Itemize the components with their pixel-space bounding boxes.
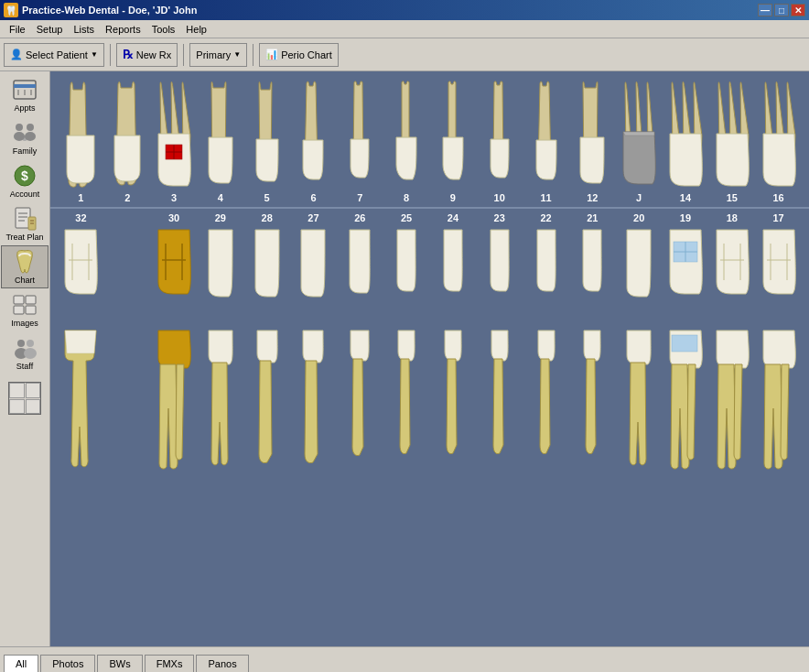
tooth-20-lower[interactable]	[617, 225, 661, 321]
tooth-21-lower-root[interactable]	[570, 326, 614, 468]
family-icon	[12, 120, 38, 146]
tooth-8-upper[interactable]	[384, 81, 428, 190]
menu-setup[interactable]: Setup	[31, 22, 69, 37]
tab-bws[interactable]: BWs	[97, 655, 142, 672]
primary-label: Primary	[196, 49, 231, 60]
tooth-12-upper[interactable]	[570, 81, 614, 190]
select-patient-button[interactable]: 👤 Select Patient ▼	[4, 43, 104, 67]
tooth-27-lower[interactable]	[291, 225, 335, 321]
image-grid	[8, 382, 41, 415]
tooth-20-lower-root[interactable]	[617, 326, 661, 468]
close-button[interactable]: ✕	[791, 4, 805, 16]
maximize-button[interactable]: □	[774, 4, 789, 16]
chart-area[interactable]: 1 2 3 4 5 6 7 8 9 10 11 12 J 14 15 16	[50, 71, 809, 646]
tooth-31-lower[interactable]	[105, 225, 149, 321]
tooth-17-lower-root[interactable]	[757, 326, 801, 468]
image-grid-widget	[8, 382, 41, 415]
sidebar-item-images[interactable]: Images	[1, 288, 49, 331]
svg-rect-45	[672, 335, 697, 352]
lower-num-20: 20	[618, 212, 660, 223]
sidebar-item-appts[interactable]: Appts	[1, 73, 49, 116]
tooth-28-lower-root[interactable]	[245, 326, 289, 468]
tooth-16-upper[interactable]	[757, 81, 801, 190]
tooth-10-upper[interactable]	[478, 81, 522, 190]
tooth-27-lower-root[interactable]	[291, 326, 335, 468]
upper-num-11: 11	[525, 192, 567, 203]
tooth-1-upper[interactable]	[59, 81, 102, 190]
upper-num-16: 16	[758, 192, 800, 203]
menu-bar: File Setup Lists Reports Tools Help	[0, 20, 809, 38]
tooth-29-lower-root[interactable]	[199, 326, 243, 468]
tooth-31-lower-root[interactable]	[105, 326, 149, 468]
lower-num-25: 25	[385, 212, 427, 223]
svg-rect-21	[14, 306, 24, 314]
tooth-7-upper[interactable]	[338, 81, 382, 190]
upper-num-3: 3	[153, 192, 195, 203]
perio-icon: 📊	[265, 49, 278, 60]
minimize-button[interactable]: —	[758, 4, 772, 16]
menu-reports[interactable]: Reports	[100, 22, 146, 37]
perio-chart-button[interactable]: 📊 Perio Chart	[259, 43, 339, 67]
rx-icon: ℞	[123, 48, 134, 61]
chart-icon	[12, 249, 38, 275]
tooth-24-lower[interactable]	[431, 225, 475, 321]
tooth-22-lower[interactable]	[524, 225, 568, 321]
tooth-2-upper[interactable]	[105, 81, 149, 190]
upper-num-13: J	[618, 192, 660, 203]
tooth-6-upper[interactable]	[291, 81, 335, 190]
menu-lists[interactable]: Lists	[68, 22, 100, 37]
tooth-14-upper[interactable]	[663, 81, 707, 190]
tooth-25-lower[interactable]	[384, 225, 428, 321]
new-rx-label: New Rx	[136, 49, 172, 60]
menu-tools[interactable]: Tools	[146, 22, 181, 37]
tooth-17-lower[interactable]	[757, 225, 801, 321]
tooth-32-lower[interactable]	[59, 225, 102, 321]
tooth-21-lower[interactable]	[570, 225, 614, 321]
sidebar-item-account[interactable]: $ Account	[1, 159, 49, 202]
menu-help[interactable]: Help	[180, 22, 212, 37]
lower-num-27: 27	[292, 212, 334, 223]
sidebar-item-family[interactable]: Family	[1, 116, 49, 159]
tooth-32-lower-root[interactable]	[59, 326, 102, 468]
title-bar-controls[interactable]: — □ ✕	[758, 4, 805, 16]
sidebar-item-staff[interactable]: Staff	[1, 331, 49, 374]
tooth-4-upper[interactable]	[199, 81, 243, 190]
new-rx-button[interactable]: ℞ New Rx	[116, 43, 178, 67]
tooth-23-lower[interactable]	[478, 225, 522, 321]
tooth-18-lower[interactable]	[710, 225, 754, 321]
upper-num-14: 14	[664, 192, 707, 203]
tooth-13-upper[interactable]	[617, 81, 661, 190]
tab-fmxs[interactable]: FMXs	[145, 655, 195, 672]
tooth-25-lower-root[interactable]	[384, 326, 428, 468]
tab-all[interactable]: All	[4, 655, 38, 672]
appts-label: Appts	[14, 103, 35, 113]
sidebar-item-chart[interactable]: Chart	[1, 245, 49, 288]
primary-button[interactable]: Primary ▼	[189, 43, 247, 67]
perio-chart-label: Perio Chart	[281, 49, 332, 60]
tooth-30-lower[interactable]	[152, 225, 196, 321]
tooth-22-lower-root[interactable]	[524, 326, 568, 468]
tooth-19-lower-root[interactable]	[663, 326, 707, 468]
tooth-28-lower[interactable]	[245, 225, 289, 321]
svg-rect-1	[14, 84, 36, 88]
tooth-11-upper[interactable]	[524, 81, 568, 190]
tooth-5-upper[interactable]	[245, 81, 289, 190]
tab-photos[interactable]: Photos	[40, 655, 95, 672]
images-label: Images	[11, 319, 38, 328]
lower-num-19: 19	[664, 212, 707, 223]
tooth-15-upper[interactable]	[710, 81, 754, 190]
tooth-30-lower-root[interactable]	[152, 326, 196, 468]
tooth-26-lower[interactable]	[338, 225, 382, 321]
staff-label: Staff	[16, 362, 33, 371]
tooth-23-lower-root[interactable]	[478, 326, 522, 468]
tooth-9-upper[interactable]	[431, 81, 475, 190]
tooth-19-lower[interactable]	[663, 225, 707, 321]
tooth-26-lower-root[interactable]	[338, 326, 382, 468]
sidebar-item-treat-plan[interactable]: Treat Plan	[1, 202, 49, 245]
tooth-24-lower-root[interactable]	[431, 326, 475, 468]
tooth-3-upper[interactable]	[152, 81, 196, 190]
tooth-18-lower-root[interactable]	[710, 326, 754, 468]
tooth-29-lower[interactable]	[199, 225, 243, 321]
menu-file[interactable]: File	[4, 22, 31, 37]
tab-panos[interactable]: Panos	[196, 655, 248, 672]
